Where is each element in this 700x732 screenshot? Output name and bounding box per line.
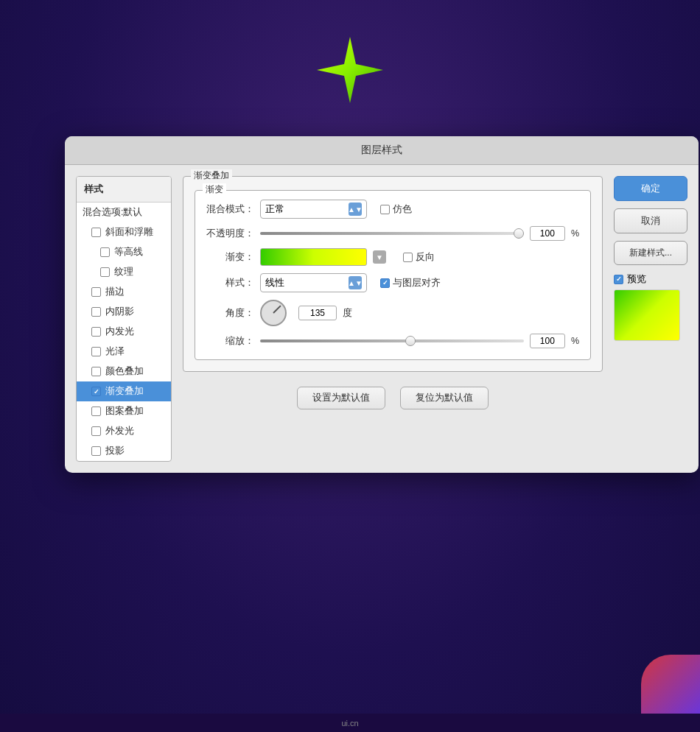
section-title: 渐变叠加 bbox=[191, 169, 232, 182]
blend-mode-value: 正常 bbox=[265, 203, 346, 216]
inner-glow-checkbox[interactable] bbox=[91, 327, 101, 337]
preview-box bbox=[614, 289, 680, 341]
outer-glow-label: 外发光 bbox=[105, 425, 134, 437]
opacity-input[interactable] bbox=[530, 226, 565, 241]
texture-label: 纹理 bbox=[114, 266, 133, 278]
style-arrow-icon: ▲▼ bbox=[349, 276, 362, 289]
blend-mode-label: 混合模式： bbox=[206, 203, 254, 216]
preview-check-row[interactable]: ✓ 预览 bbox=[614, 272, 687, 286]
scale-input[interactable] bbox=[530, 334, 565, 348]
opacity-slider-container bbox=[260, 228, 524, 239]
ok-button[interactable]: 确定 bbox=[614, 176, 687, 201]
pattern-overlay-label: 图案叠加 bbox=[105, 405, 144, 418]
sidebar-item-drop-shadow[interactable]: 投影 bbox=[77, 441, 171, 461]
gradient-control[interactable]: ▼ bbox=[260, 248, 386, 266]
sidebar-item-blending[interactable]: 混合选项:默认 bbox=[77, 203, 171, 222]
align-label: 与图层对齐 bbox=[393, 277, 441, 289]
dither-check-row[interactable]: 仿色 bbox=[380, 203, 412, 216]
new-style-button[interactable]: 新建样式... bbox=[614, 241, 687, 265]
style-dropdown[interactable]: 线性 ▲▼ bbox=[260, 273, 367, 292]
scale-row: 缩放： % bbox=[206, 334, 579, 348]
style-row: 样式： 线性 ▲▼ ✓ 与图层对齐 bbox=[206, 273, 579, 292]
sidebar-item-color-overlay[interactable]: 颜色叠加 bbox=[77, 362, 171, 381]
opacity-row: 不透明度： % bbox=[206, 226, 579, 241]
angle-row: 角度： 度 bbox=[206, 300, 579, 326]
gradient-preview[interactable] bbox=[260, 248, 367, 266]
bottom-buttons: 设置为默认值 复位为默认值 bbox=[183, 379, 603, 413]
texture-checkbox[interactable] bbox=[100, 267, 110, 277]
reverse-check-row[interactable]: 反向 bbox=[403, 251, 435, 264]
subsection-title: 渐变 bbox=[203, 183, 226, 196]
blend-mode-dropdown[interactable]: 正常 ▲▼ bbox=[260, 200, 367, 219]
align-checkbox[interactable]: ✓ bbox=[380, 278, 390, 288]
sidebar-item-texture[interactable]: 纹理 bbox=[77, 262, 171, 282]
style-value: 线性 bbox=[265, 277, 346, 289]
sidebar-item-inner-shadow[interactable]: 内阴影 bbox=[77, 302, 171, 322]
bevel-checkbox[interactable] bbox=[91, 228, 101, 237]
bevel-label: 斜面和浮雕 bbox=[105, 226, 153, 239]
layer-style-dialog: 图层样式 样式 混合选项:默认 斜面和浮雕 等高线 bbox=[65, 136, 699, 473]
stroke-checkbox[interactable] bbox=[91, 287, 101, 297]
corner-decoration bbox=[641, 655, 700, 714]
sidebar-header: 样式 bbox=[77, 177, 171, 203]
dialog-title: 图层样式 bbox=[65, 136, 699, 165]
sidebar-item-gradient-overlay[interactable]: ✓ 渐变叠加 bbox=[77, 381, 171, 401]
bottom-bar: ui.cn bbox=[0, 714, 700, 732]
gradient-overlay-label: 渐变叠加 bbox=[105, 385, 144, 398]
angle-dial[interactable] bbox=[260, 300, 287, 326]
gradient-label: 渐变： bbox=[206, 251, 254, 264]
contour-checkbox[interactable] bbox=[100, 247, 110, 257]
cancel-button[interactable]: 取消 bbox=[614, 208, 687, 233]
preview-section: ✓ 预览 bbox=[614, 272, 687, 341]
align-check-row[interactable]: ✓ 与图层对齐 bbox=[380, 277, 441, 289]
scale-slider-thumb[interactable] bbox=[405, 336, 416, 346]
color-overlay-label: 颜色叠加 bbox=[105, 365, 144, 378]
set-default-button[interactable]: 设置为默认值 bbox=[297, 387, 385, 409]
satin-label: 光泽 bbox=[105, 345, 125, 358]
preview-checkbox[interactable]: ✓ bbox=[614, 275, 623, 284]
gradient-overlay-section: 渐变叠加 渐变 混合模式： 正常 ▲▼ 仿色 bbox=[183, 176, 603, 372]
inner-glow-label: 内发光 bbox=[105, 325, 134, 338]
style-label: 样式： bbox=[206, 277, 254, 289]
outer-glow-checkbox[interactable] bbox=[91, 426, 101, 436]
inner-shadow-checkbox[interactable] bbox=[91, 307, 101, 317]
scale-label: 缩放： bbox=[206, 335, 254, 348]
reverse-checkbox[interactable] bbox=[403, 253, 413, 262]
main-panel: 渐变叠加 渐变 混合模式： 正常 ▲▼ 仿色 bbox=[183, 176, 603, 462]
blend-mode-row: 混合模式： 正常 ▲▼ 仿色 bbox=[206, 200, 579, 219]
satin-checkbox[interactable] bbox=[91, 347, 101, 356]
angle-line bbox=[273, 305, 281, 313]
stroke-label: 描边 bbox=[105, 286, 125, 298]
angle-unit: 度 bbox=[343, 307, 352, 320]
color-overlay-checkbox[interactable] bbox=[91, 367, 101, 376]
drop-shadow-checkbox[interactable] bbox=[91, 446, 101, 456]
sidebar-item-inner-glow[interactable]: 内发光 bbox=[77, 322, 171, 342]
sidebar-item-outer-glow[interactable]: 外发光 bbox=[77, 421, 171, 441]
opacity-slider-thumb[interactable] bbox=[514, 228, 524, 239]
sidebar-item-stroke[interactable]: 描边 bbox=[77, 282, 171, 302]
scale-unit: % bbox=[571, 336, 579, 346]
sidebar-item-bevel[interactable]: 斜面和浮雕 bbox=[77, 222, 171, 242]
opacity-slider-track[interactable] bbox=[260, 232, 524, 235]
reset-default-button[interactable]: 复位为默认值 bbox=[400, 387, 489, 409]
sidebar-item-contour[interactable]: 等高线 bbox=[77, 242, 171, 262]
gradient-overlay-checkbox[interactable]: ✓ bbox=[91, 387, 101, 396]
sidebar-item-pattern-overlay[interactable]: 图案叠加 bbox=[77, 401, 171, 421]
right-buttons-panel: 确定 取消 新建样式... ✓ 预览 bbox=[614, 176, 687, 462]
gradient-subsection: 渐变 混合模式： 正常 ▲▼ 仿色 bbox=[195, 190, 591, 360]
blending-label: 混合选项:默认 bbox=[83, 206, 142, 219]
sidebar-item-satin[interactable]: 光泽 bbox=[77, 342, 171, 362]
scale-slider-container bbox=[260, 336, 524, 346]
pattern-overlay-checkbox[interactable] bbox=[91, 407, 101, 416]
preview-label: 预览 bbox=[627, 272, 646, 286]
angle-input[interactable] bbox=[298, 306, 337, 320]
opacity-label: 不透明度： bbox=[206, 228, 254, 240]
scale-slider-track[interactable] bbox=[260, 339, 524, 342]
gradient-dropdown-icon[interactable]: ▼ bbox=[373, 250, 386, 264]
dither-label: 仿色 bbox=[393, 203, 412, 216]
reverse-label: 反向 bbox=[416, 251, 435, 264]
contour-label: 等高线 bbox=[114, 246, 143, 258]
dither-checkbox[interactable] bbox=[380, 205, 390, 214]
angle-label: 角度： bbox=[206, 307, 254, 320]
drop-shadow-label: 投影 bbox=[105, 445, 125, 457]
